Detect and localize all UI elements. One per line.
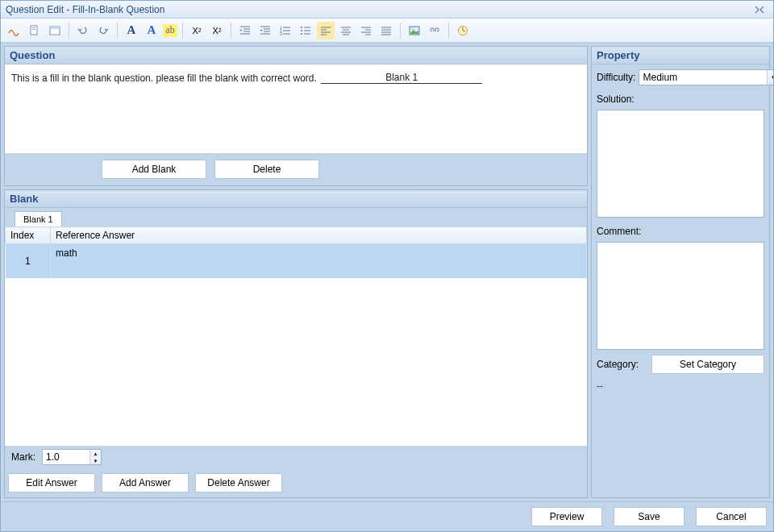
- separator: [400, 23, 401, 39]
- mark-spinner[interactable]: ▲ ▼: [42, 449, 102, 465]
- separator: [182, 23, 183, 39]
- mark-input[interactable]: [43, 450, 89, 464]
- category-row: Category: Set Category: [597, 355, 764, 374]
- save-button[interactable]: Save: [614, 507, 685, 526]
- question-panel: Question This is a fill in the blank que…: [4, 46, 588, 186]
- answers-table: Index Reference Answer 1 math: [5, 227, 587, 278]
- delete-answer-button[interactable]: Delete Answer: [195, 473, 282, 493]
- formatting-toolbar: A A ab X2 X2 123: [1, 19, 773, 43]
- list-bullet-icon[interactable]: [297, 22, 314, 39]
- chevron-down-icon[interactable]: ▼: [767, 70, 773, 85]
- svg-point-9: [301, 30, 302, 31]
- cell-index: 1: [6, 244, 51, 278]
- add-blank-button[interactable]: Add Blank: [102, 160, 206, 179]
- edit-answer-button[interactable]: Edit Answer: [8, 473, 95, 493]
- delete-blank-button[interactable]: Delete: [214, 160, 319, 179]
- svg-point-12: [412, 28, 414, 30]
- window-title: Question Edit - Fill-In-Blank Question: [6, 4, 164, 15]
- col-reference-answer[interactable]: Reference Answer: [51, 227, 587, 244]
- svg-rect-1: [32, 27, 35, 28]
- align-justify-icon[interactable]: [377, 22, 395, 39]
- window-icon[interactable]: [46, 22, 64, 39]
- link-icon[interactable]: [426, 22, 443, 39]
- mark-row: Mark: ▲ ▼: [5, 446, 587, 468]
- highlight-icon[interactable]: ab: [163, 24, 177, 37]
- difficulty-combo[interactable]: ▼: [639, 69, 773, 85]
- page-icon[interactable]: [26, 22, 44, 39]
- titlebar: Question Edit - Fill-In-Blank Question: [1, 1, 773, 19]
- image-icon[interactable]: [406, 22, 423, 39]
- indent-decrease-icon[interactable]: [236, 22, 254, 39]
- property-panel: Property Difficulty: ▼ Solution: Comment…: [591, 46, 770, 498]
- table-empty-area: [5, 278, 587, 447]
- category-label: Category:: [597, 359, 647, 370]
- font-a-icon[interactable]: A: [123, 22, 140, 39]
- difficulty-row: Difficulty: ▼: [597, 69, 764, 85]
- add-answer-button[interactable]: Add Answer: [102, 473, 189, 493]
- left-column: Question This is a fill in the blank que…: [4, 46, 588, 498]
- question-editor[interactable]: This is a fill in the blank question. pl…: [5, 64, 587, 153]
- separator: [231, 23, 231, 39]
- preview-button[interactable]: Preview: [531, 507, 602, 526]
- property-spacer: [597, 398, 764, 493]
- blank-tabstrip: Blank 1: [5, 208, 587, 227]
- answers-table-wrap: Index Reference Answer 1 math: [5, 227, 587, 446]
- spin-up-icon[interactable]: ▲: [90, 450, 101, 457]
- cancel-button[interactable]: Cancel: [696, 507, 767, 526]
- indent-increase-icon[interactable]: [256, 22, 274, 39]
- font-a-color-icon[interactable]: A: [143, 22, 160, 39]
- blank-header: Blank: [5, 190, 587, 208]
- mark-label: Mark:: [11, 451, 35, 463]
- comment-label: Comment:: [597, 226, 764, 237]
- list-numbered-icon[interactable]: 123: [277, 22, 294, 39]
- squiggle-icon[interactable]: [6, 22, 23, 39]
- comment-textarea[interactable]: [597, 242, 764, 350]
- clock-icon[interactable]: [454, 22, 472, 39]
- blank-panel: Blank Blank 1 Index Reference Answer: [4, 189, 588, 498]
- right-column: Property Difficulty: ▼ Solution: Comment…: [591, 46, 770, 498]
- separator: [448, 23, 449, 39]
- align-center-icon[interactable]: [337, 22, 355, 39]
- svg-rect-0: [31, 26, 37, 35]
- align-left-icon[interactable]: [317, 22, 335, 39]
- answer-button-row: Edit Answer Add Answer Delete Answer: [5, 468, 587, 497]
- app-window: Question Edit - Fill-In-Blank Question A…: [0, 0, 774, 532]
- svg-point-8: [301, 27, 302, 28]
- property-body: Difficulty: ▼ Solution: Comment: Categor…: [592, 64, 769, 497]
- question-text: This is a fill in the blank question. pl…: [11, 73, 317, 84]
- question-button-row: Add Blank Delete: [5, 153, 587, 185]
- separator: [69, 23, 69, 39]
- table-row[interactable]: 1 math: [6, 244, 587, 278]
- footer: Preview Save Cancel: [1, 501, 773, 531]
- main-body: Question This is a fill in the blank que…: [1, 43, 773, 501]
- svg-point-10: [301, 33, 302, 35]
- category-value: --: [597, 379, 764, 393]
- svg-rect-4: [50, 27, 60, 29]
- property-header: Property: [592, 47, 769, 64]
- blank-placeholder[interactable]: Blank 1: [321, 72, 482, 84]
- question-header: Question: [5, 47, 587, 64]
- solution-textarea[interactable]: [597, 110, 764, 218]
- align-right-icon[interactable]: [357, 22, 375, 39]
- undo-icon[interactable]: [74, 22, 92, 39]
- set-category-button[interactable]: Set Category: [651, 355, 764, 374]
- difficulty-label: Difficulty:: [597, 72, 635, 83]
- subscript-icon[interactable]: X2: [188, 22, 206, 39]
- superscript-icon[interactable]: X2: [208, 22, 226, 39]
- close-icon[interactable]: [751, 4, 768, 15]
- redo-icon[interactable]: [94, 22, 112, 39]
- separator: [117, 23, 118, 39]
- svg-text:3: 3: [280, 31, 282, 35]
- tab-blank1[interactable]: Blank 1: [15, 211, 62, 227]
- solution-label: Solution:: [597, 94, 764, 105]
- cell-answer: math: [51, 244, 587, 278]
- difficulty-input[interactable]: [639, 70, 767, 85]
- spin-down-icon[interactable]: ▼: [90, 457, 101, 464]
- svg-rect-2: [32, 29, 35, 30]
- col-index[interactable]: Index: [6, 227, 51, 244]
